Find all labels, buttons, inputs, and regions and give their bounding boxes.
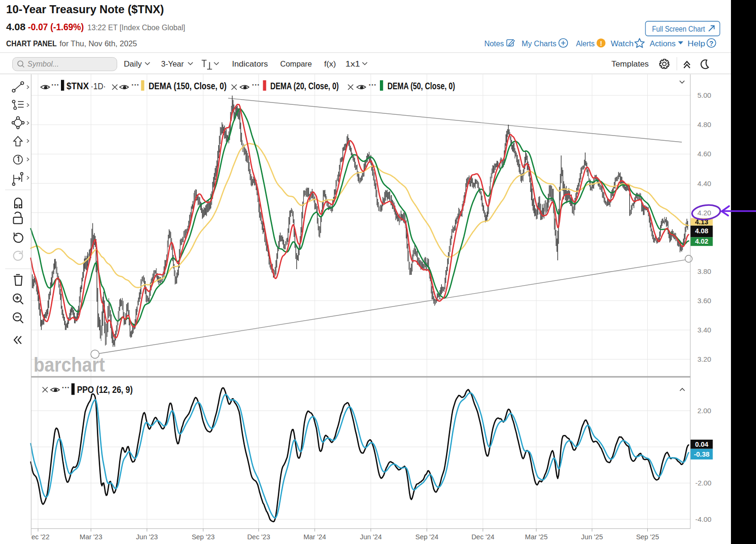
svg-text:3.40: 3.40 [697,326,711,334]
svg-text:3.60: 3.60 [697,297,711,305]
svg-text:4.20: 4.20 [697,209,711,217]
svg-text:Dec '23: Dec '23 [247,533,270,541]
svg-text:?: ? [709,40,713,47]
svg-text:My Charts: My Charts [522,39,557,48]
svg-text:Templates: Templates [611,60,649,68]
svg-text:$TNX: $TNX [67,81,89,91]
svg-text:Sep '23: Sep '23 [192,533,215,541]
svg-text:DEMA (50, Close, 0): DEMA (50, Close, 0) [387,81,455,91]
svg-text:DEMA (20, Close, 0): DEMA (20, Close, 0) [270,81,339,91]
svg-text:Jun '23: Jun '23 [136,533,158,541]
svg-text:for Thu, Nov 6th, 2025: for Thu, Nov 6th, 2025 [60,40,137,48]
svg-text:Alerts: Alerts [576,39,595,48]
svg-text:Dec '24: Dec '24 [472,533,495,541]
svg-text:Help: Help [687,39,705,48]
svg-text:Watch: Watch [611,39,634,48]
svg-text:Mar '24: Mar '24 [303,533,326,541]
svg-text:4.08: 4.08 [6,22,26,32]
svg-text:·1D·: ·1D· [91,81,106,91]
svg-text:Indicators: Indicators [232,60,268,68]
svg-text:3-Year: 3-Year [161,60,184,68]
svg-text:Notes: Notes [484,39,504,48]
svg-text:3.20: 3.20 [697,355,711,363]
svg-text:4.02: 4.02 [695,238,708,245]
svg-text:13:22 ET [Index Cboe Global]: 13:22 ET [Index Cboe Global] [87,23,185,32]
svg-text:···: ··· [252,80,260,89]
svg-text:···: ··· [52,80,60,89]
svg-text:Daily: Daily [124,60,142,68]
svg-text:PPO (12, 26, 9): PPO (12, 26, 9) [77,384,133,395]
svg-text:5.00: 5.00 [697,91,711,99]
svg-text:Full Screen Chart: Full Screen Chart [652,25,705,33]
svg-text:Actions: Actions [650,39,676,48]
svg-text:Mar '23: Mar '23 [80,533,103,541]
svg-text:-0.38: -0.38 [694,450,709,458]
svg-text:···: ··· [369,80,377,89]
svg-text:f(x): f(x) [324,60,336,68]
svg-text:Sep '24: Sep '24 [415,533,438,541]
svg-text:Jun '24: Jun '24 [360,533,382,541]
svg-text:barchart: barchart [34,353,105,376]
svg-text:-4.00: -4.00 [696,515,712,523]
svg-text:-2.00: -2.00 [696,479,712,487]
svg-text:Symbol...: Symbol... [27,60,59,68]
svg-text:3.80: 3.80 [697,267,711,275]
svg-text:-0.07 (-1.69%): -0.07 (-1.69%) [28,22,84,32]
svg-text:1x1: 1x1 [345,60,360,68]
svg-text:2.00: 2.00 [697,407,711,415]
svg-text:DEMA (150, Close, 0): DEMA (150, Close, 0) [149,81,227,91]
svg-text:10-Year Treasury Note ($TNX): 10-Year Treasury Note ($TNX) [6,3,164,16]
svg-text:···: ··· [62,383,70,392]
svg-text:!: ! [600,40,602,47]
svg-text:Mar '25: Mar '25 [525,533,548,541]
svg-text:CHART PANEL: CHART PANEL [6,40,57,48]
svg-text:4.60: 4.60 [697,150,711,158]
svg-text:···: ··· [131,80,139,89]
svg-text:4.80: 4.80 [697,120,711,128]
svg-text:4.08: 4.08 [695,227,708,235]
svg-text:ec '22: ec '22 [32,533,50,541]
svg-text:4.40: 4.40 [697,179,711,187]
svg-text:Jun '25: Jun '25 [581,533,603,541]
svg-text:Compare: Compare [280,60,312,68]
svg-text:0.04: 0.04 [695,441,708,448]
svg-text:Sep '25: Sep '25 [636,533,659,541]
